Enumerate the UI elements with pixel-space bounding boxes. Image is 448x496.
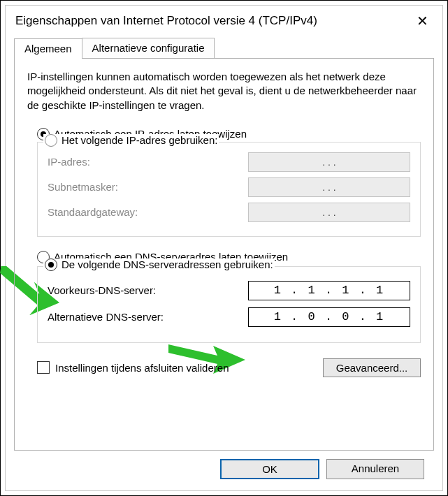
group-ip-manual: Het volgende IP-adres gebruiken: IP-adre… [37, 142, 421, 237]
tab-strip: Algemeen Alternatieve configuratie [14, 38, 434, 58]
input-alternate-dns[interactable]: 1 . 0 . 0 . 1 [248, 307, 410, 327]
label-ip-address: IP-adres: [48, 156, 90, 168]
tab-pane-general: IP-instellingen kunnen automatisch worde… [14, 58, 434, 451]
dialog-window: Eigenschappen van Internet Protocol vers… [5, 5, 443, 491]
advanced-button[interactable]: Geavanceerd... [323, 358, 421, 377]
cancel-button[interactable]: Annuleren [326, 459, 424, 479]
dialog-footer: OK Annuleren [14, 451, 434, 488]
group-dns-manual: De volgende DNS-serveradressen gebruiken… [37, 266, 421, 343]
checkbox-icon [37, 361, 50, 374]
label-subnet-mask: Subnetmasker: [48, 181, 118, 193]
checkbox-validate-on-exit[interactable]: Instellingen tijdens afsluiten valideren [37, 361, 229, 374]
tab-alternate-config[interactable]: Alternatieve configuratie [82, 38, 215, 58]
label-preferred-dns: Voorkeurs-DNS-server: [48, 284, 156, 296]
radio-ip-manual[interactable] [45, 134, 57, 147]
input-ip-address: . . . [248, 152, 410, 172]
dialog-title: Eigenschappen van Internet Protocol vers… [15, 14, 317, 28]
titlebar: Eigenschappen van Internet Protocol vers… [6, 6, 442, 34]
close-icon[interactable]: ✕ [412, 11, 433, 31]
input-subnet-mask: . . . [248, 177, 410, 197]
radio-dns-manual-label: De volgende DNS-serveradressen gebruiken… [62, 258, 273, 270]
checkbox-validate-label: Instellingen tijdens afsluiten valideren [55, 362, 229, 374]
input-preferred-dns[interactable]: 1 . 1 . 1 . 1 [248, 281, 410, 300]
tab-general[interactable]: Algemeen [14, 38, 82, 59]
radio-dns-manual[interactable] [45, 258, 57, 271]
radio-ip-manual-label: Het volgende IP-adres gebruiken: [62, 134, 217, 146]
label-gateway: Standaardgateway: [48, 206, 138, 218]
label-alternate-dns: Alternatieve DNS-server: [48, 311, 164, 323]
input-gateway: . . . [248, 203, 410, 222]
ok-button[interactable]: OK [220, 459, 319, 479]
intro-text: IP-instellingen kunnen automatisch worde… [27, 70, 421, 112]
